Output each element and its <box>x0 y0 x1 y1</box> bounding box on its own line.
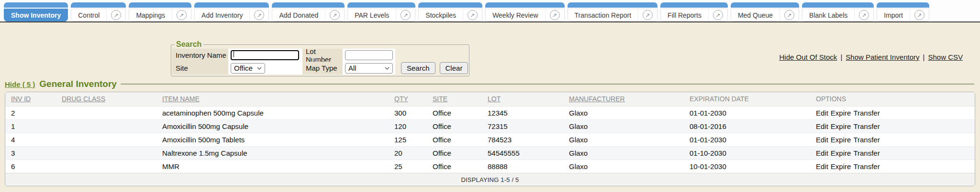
table-row: 1Amoxicillin 500mg Capsule120Office72315… <box>5 119 975 133</box>
tab-accent-strip <box>272 2 345 8</box>
inventory-table-container: INV IDDRUG CLASSITEM NAMEQTYSITELOTMANUF… <box>5 92 975 186</box>
transfer-link[interactable]: Transfer <box>853 109 880 117</box>
column-header-site[interactable]: SITE <box>427 92 482 106</box>
tab-icon-box[interactable]: ↗ <box>396 9 415 21</box>
tab-mappings[interactable]: Mappings↗ <box>129 2 191 21</box>
tab-icon-box[interactable]: ↗ <box>172 9 191 21</box>
expire-link[interactable]: Expire <box>831 136 851 144</box>
search-button[interactable]: Search <box>401 62 435 74</box>
edit-link[interactable]: Edit <box>816 162 828 171</box>
edit-link[interactable]: Edit <box>816 122 828 130</box>
tab-weekly-review[interactable]: Weekly Review↗ <box>485 2 564 21</box>
cell-item-name: Amoxicillin 500mg Capsule <box>156 119 389 133</box>
site-label: Site <box>172 62 228 75</box>
cell-expiration-date: 01-01-2030 <box>684 106 810 119</box>
cell-expiration-date: 01-10-2030 <box>684 146 810 160</box>
tab-icon-box[interactable]: ↗ <box>638 9 657 21</box>
tab-accent-strip <box>877 2 929 8</box>
hide-out-of-stock-link[interactable]: Hide Out Of Stock <box>779 53 837 61</box>
column-header-inv-id[interactable]: INV ID <box>5 92 56 106</box>
cell-drug-class <box>56 160 156 173</box>
edit-link[interactable]: Edit <box>816 109 828 117</box>
edit-link[interactable]: Edit <box>816 136 828 144</box>
transfer-link[interactable]: Transfer <box>853 122 880 130</box>
tab-icon-box[interactable]: ↗ <box>545 9 564 21</box>
cell-inv-id: 1 <box>5 119 56 133</box>
tab-body: Show Inventory <box>4 9 68 21</box>
tab-stockpiles[interactable]: Stockpiles↗ <box>418 2 482 21</box>
lot-number-input[interactable] <box>345 50 393 60</box>
tab-par-levels[interactable]: PAR Levels↗ <box>347 2 415 21</box>
tab-med-queue[interactable]: Med Queue↗ <box>731 2 799 21</box>
transfer-link[interactable]: Transfer <box>853 149 880 157</box>
tab-label: Med Queue <box>731 9 780 21</box>
site-select[interactable]: Office <box>231 63 265 74</box>
tab-icon-box[interactable]: ↗ <box>463 9 482 21</box>
cell-site: Office <box>427 146 482 160</box>
search-buttons: Search Clear <box>401 62 468 75</box>
search-row-2: Site Office Map Type All Search Clear <box>172 62 468 75</box>
tab-transaction-report[interactable]: Transaction Report↗ <box>568 2 658 21</box>
cell-manufacturer: Glaxo <box>563 133 684 146</box>
cell-qty: 125 <box>389 133 427 146</box>
tab-accent-strip <box>129 2 191 8</box>
cell-expiration-date: 01-01-2030 <box>684 133 810 146</box>
tab-accent-strip <box>485 2 564 8</box>
tab-fill-reports[interactable]: Fill Reports↗ <box>660 2 728 21</box>
tab-icon-box[interactable]: ↗ <box>910 9 929 21</box>
lot-number-label: Lot Number <box>302 49 343 62</box>
edit-link[interactable]: Edit <box>816 149 828 157</box>
chevron-down-icon <box>385 67 390 70</box>
column-header-qty[interactable]: QTY <box>389 92 427 106</box>
external-link-icon: ↗ <box>177 10 187 20</box>
tab-icon-box[interactable]: ↗ <box>325 9 344 21</box>
tab-icon-box[interactable]: ↗ <box>780 9 799 21</box>
cell-inv-id: 3 <box>5 146 56 160</box>
tab-icon-box[interactable]: ↗ <box>106 9 125 21</box>
cell-options: EditExpireTransfer <box>810 119 975 133</box>
tab-label: PAR Levels <box>348 9 396 21</box>
tab-icon-box[interactable]: ↗ <box>249 9 268 21</box>
column-header-drug-class[interactable]: DRUG CLASS <box>56 92 156 106</box>
external-link-icon: ↗ <box>859 10 869 20</box>
column-header-lot[interactable]: LOT <box>482 92 563 106</box>
clear-button[interactable]: Clear <box>440 62 468 74</box>
general-inventory-legend: Hide ( 5 ) General Inventory <box>5 78 975 90</box>
tab-label: Add Inventory <box>195 9 249 21</box>
tab-import[interactable]: Import↗ <box>877 2 929 21</box>
tab-label: Fill Reports <box>661 9 708 21</box>
table-row: 4Amoxicillin 500mg Tablets125Office78452… <box>5 133 975 146</box>
inventory-name-input[interactable] <box>231 50 299 60</box>
tab-body: Fill Reports↗ <box>660 9 728 21</box>
tab-add-donated[interactable]: Add Donated↗ <box>272 2 345 21</box>
general-inventory-title: General Inventory <box>39 79 117 89</box>
tab-add-inventory[interactable]: Add Inventory↗ <box>194 2 269 21</box>
column-header-item-name[interactable]: ITEM NAME <box>156 92 389 106</box>
transfer-link[interactable]: Transfer <box>853 162 880 171</box>
transfer-link[interactable]: Transfer <box>853 136 880 144</box>
cell-drug-class <box>56 119 156 133</box>
cell-site: Office <box>427 133 482 146</box>
expire-link[interactable]: Expire <box>831 122 851 130</box>
tab-accent-strip <box>568 2 658 8</box>
hide-count-link[interactable]: Hide ( 5 ) <box>5 80 35 88</box>
table-row: 6MMR25Office88888Glaxo10-01-2030EditExpi… <box>5 160 975 173</box>
map-type-select[interactable]: All <box>345 63 393 74</box>
show-patient-inventory-link[interactable]: Show Patient Inventory <box>846 53 919 61</box>
tab-accent-strip <box>418 2 482 8</box>
search-legend: Search <box>174 40 203 49</box>
tab-bar: Show InventoryControl↗Mappings↗Add Inven… <box>0 0 980 22</box>
inventory-name-field-cell <box>228 49 302 62</box>
expire-link[interactable]: Expire <box>831 109 851 117</box>
cell-item-name: Naltrexone 1.5mg Capsule <box>156 146 389 160</box>
cell-manufacturer: Glaxo <box>563 146 684 160</box>
expire-link[interactable]: Expire <box>831 149 851 157</box>
tab-icon-box[interactable]: ↗ <box>854 9 873 21</box>
tab-control[interactable]: Control↗ <box>71 2 126 21</box>
tab-blank-labels[interactable]: Blank Labels↗ <box>802 2 874 21</box>
show-csv-link[interactable]: Show CSV <box>928 53 963 61</box>
expire-link[interactable]: Expire <box>831 162 851 171</box>
tab-show-inventory[interactable]: Show Inventory <box>4 2 68 21</box>
column-header-manufacturer[interactable]: MANUFACTURER <box>563 92 684 106</box>
tab-icon-box[interactable]: ↗ <box>708 9 727 21</box>
